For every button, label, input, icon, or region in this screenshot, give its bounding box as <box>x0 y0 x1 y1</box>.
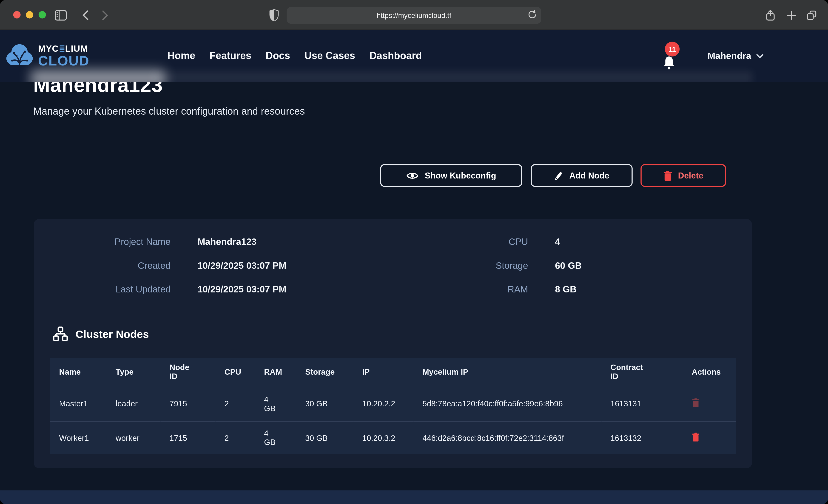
trash-icon <box>663 170 672 181</box>
brand-logo[interactable]: MYCLIUM CLOUD <box>5 43 89 69</box>
col-header-ip: IP <box>353 358 413 386</box>
privacy-shield-icon[interactable] <box>267 8 281 22</box>
reload-icon[interactable] <box>528 9 537 20</box>
new-tab-icon[interactable] <box>785 8 798 22</box>
col-header-type: Type <box>107 358 160 386</box>
zoom-window-button[interactable] <box>39 11 46 18</box>
bell-icon <box>662 55 676 70</box>
detail-value: 4 <box>555 237 560 247</box>
cell-node-id: 7915 <box>161 386 215 421</box>
user-name: Mahendra <box>708 50 751 61</box>
nav-link-docs[interactable]: Docs <box>266 50 290 62</box>
brand-word-bottom: CLOUD <box>38 54 89 68</box>
pencil-icon <box>554 170 564 181</box>
user-menu[interactable]: Mahendra <box>708 30 763 82</box>
cell-cpu: 2 <box>215 386 255 421</box>
table-row: Master1 leader 7915 2 4 GB 30 GB 10.20.2… <box>50 386 736 421</box>
share-icon[interactable] <box>764 8 778 22</box>
brand-word-top-post: LIUM <box>65 44 88 53</box>
cell-node-id: 1715 <box>161 421 215 454</box>
forward-button[interactable] <box>98 8 112 22</box>
address-bar[interactable]: https://myceliumcloud.tf <box>287 7 541 24</box>
detail-label: RAM <box>404 284 528 295</box>
notification-badge: 11 <box>665 42 679 56</box>
detail-label: Storage <box>404 260 528 271</box>
cell-name: Worker1 <box>50 421 107 454</box>
detail-label: CPU <box>404 237 528 247</box>
cell-ram: 4 GB <box>255 386 296 421</box>
tab-overview-icon[interactable] <box>805 8 819 22</box>
cluster-details-card: Project Name Mahendra123 Created 10/29/2… <box>34 219 752 468</box>
brand-name: MYCLIUM CLOUD <box>38 44 89 68</box>
sidebar-toggle-icon[interactable] <box>54 8 68 22</box>
cell-contract-id: 1613131 <box>602 386 683 421</box>
cell-ram: 4 GB <box>255 421 296 454</box>
cluster-nodes-title: Cluster Nodes <box>76 328 149 340</box>
detail-label: Last Updated <box>34 284 170 295</box>
detail-value: 8 GB <box>555 284 577 295</box>
col-header-actions: Actions <box>683 358 736 386</box>
eye-icon <box>406 171 419 180</box>
table-row: Worker1 worker 1715 2 4 GB 30 GB 10.20.3… <box>50 421 736 454</box>
col-header-ram: RAM <box>255 358 296 386</box>
cluster-nodes-heading: Cluster Nodes <box>53 326 149 342</box>
col-header-contract-id: Contract ID <box>602 358 683 386</box>
cell-contract-id: 1613132 <box>602 421 683 454</box>
detail-label: Created <box>34 260 170 271</box>
browser-chrome: https://myceliumcloud.tf <box>0 0 828 30</box>
brand-word-top-pre: MYC <box>38 44 58 53</box>
add-node-label: Add Node <box>570 171 610 180</box>
show-kubeconfig-button[interactable]: Show Kubeconfig <box>380 164 522 187</box>
detail-value: 10/29/2025 03:07 PM <box>197 284 286 295</box>
nav-link-features[interactable]: Features <box>210 50 251 62</box>
back-button[interactable] <box>78 8 92 22</box>
page-subtitle: Manage your Kubernetes cluster configura… <box>33 106 305 117</box>
detail-value: Mahendra123 <box>197 237 256 247</box>
notifications-button[interactable]: 11 <box>661 43 686 72</box>
cell-cpu: 2 <box>215 421 255 454</box>
chevron-down-icon <box>756 53 763 58</box>
col-header-cpu: CPU <box>215 358 255 386</box>
nav-links: Home Features Docs Use Cases Dashboard <box>167 30 422 82</box>
stylized-e-glyph <box>59 45 64 52</box>
network-nodes-icon <box>53 326 68 342</box>
cell-mycelium-ip: 446:d2a6:8bcd:8c16:ff0f:72e2:3114:863f <box>413 421 602 454</box>
table-header-row: Name Type Node ID CPU RAM Storage IP Myc… <box>50 358 736 386</box>
cluster-nodes-table: Name Type Node ID CPU RAM Storage IP Myc… <box>50 358 736 454</box>
top-navbar: MYCLIUM CLOUD Home Features Docs Use Cas… <box>0 30 828 82</box>
detail-value: 60 GB <box>555 260 582 271</box>
col-header-node-id: Node ID <box>161 358 215 386</box>
minimize-window-button[interactable] <box>26 11 33 18</box>
delete-node-button[interactable] <box>692 398 700 408</box>
cluster-actions-row: Show Kubeconfig Add Node <box>0 164 828 187</box>
nav-link-dashboard[interactable]: Dashboard <box>370 50 422 62</box>
footer-band <box>0 491 828 504</box>
cell-storage: 30 GB <box>296 386 353 421</box>
delete-cluster-button[interactable]: Delete <box>640 164 726 187</box>
mycelium-cloud-logo-icon <box>5 43 34 69</box>
blurred-title-smudge <box>31 70 165 82</box>
nav-link-home[interactable]: Home <box>167 50 195 62</box>
address-bar-url: https://myceliumcloud.tf <box>377 11 451 19</box>
add-node-button[interactable]: Add Node <box>531 164 632 187</box>
show-kubeconfig-label: Show Kubeconfig <box>425 171 496 180</box>
cell-storage: 30 GB <box>296 421 353 454</box>
delete-node-button[interactable] <box>692 432 700 442</box>
page-content: Mahendra123 Manage your Kubernetes clust… <box>0 30 828 504</box>
col-header-name: Name <box>50 358 107 386</box>
cell-type: leader <box>107 386 160 421</box>
detail-label: Project Name <box>34 237 170 247</box>
col-header-mycelium-ip: Mycelium IP <box>413 358 602 386</box>
cell-mycelium-ip: 5d8:78ea:a120:f40c:ff0f:a5fe:99e6:8b96 <box>413 386 602 421</box>
col-header-storage: Storage <box>296 358 353 386</box>
nav-link-use-cases[interactable]: Use Cases <box>304 50 355 62</box>
delete-label: Delete <box>678 171 703 180</box>
cell-name: Master1 <box>50 386 107 421</box>
cell-ip: 10.20.2.2 <box>353 386 413 421</box>
browser-window: https://myceliumcloud.tf <box>0 0 828 504</box>
cell-actions <box>683 386 736 421</box>
cell-type: worker <box>107 421 160 454</box>
close-window-button[interactable] <box>13 11 20 18</box>
detail-value: 10/29/2025 03:07 PM <box>197 260 286 271</box>
cell-ip: 10.20.3.2 <box>353 421 413 454</box>
